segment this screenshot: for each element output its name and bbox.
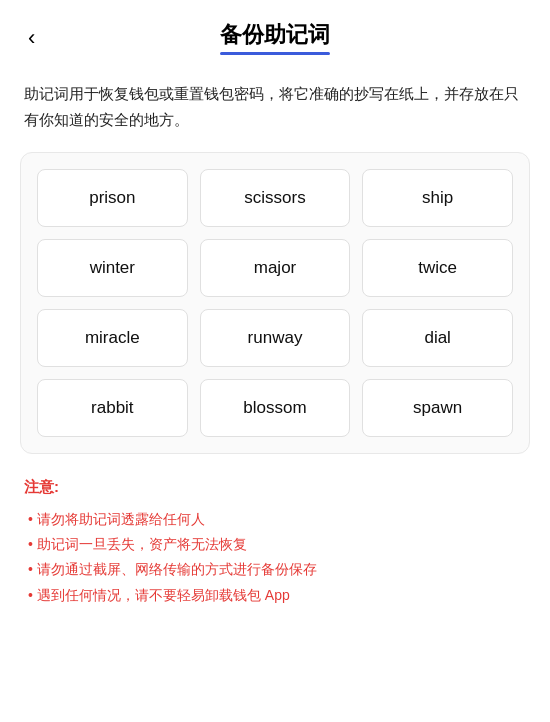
notice-item-text: 请勿通过截屏、网络传输的方式进行备份保存	[37, 557, 317, 582]
page-title: 备份助记词	[220, 20, 330, 50]
mnemonic-word-2: scissors	[200, 169, 351, 227]
mnemonic-word-3: ship	[362, 169, 513, 227]
notice-title: 注意:	[24, 478, 526, 497]
mnemonic-word-12: spawn	[362, 379, 513, 437]
notice-bullet: •	[28, 507, 33, 532]
mnemonic-grid: prisonscissorsshipwintermajortwicemiracl…	[37, 169, 513, 437]
notice-item-text: 请勿将助记词透露给任何人	[37, 507, 205, 532]
header: ‹ 备份助记词	[0, 0, 550, 65]
mnemonic-word-7: miracle	[37, 309, 188, 367]
mnemonic-word-5: major	[200, 239, 351, 297]
mnemonic-word-9: dial	[362, 309, 513, 367]
mnemonic-word-11: blossom	[200, 379, 351, 437]
mnemonic-word-1: prison	[37, 169, 188, 227]
title-underline-decoration	[220, 52, 330, 55]
notice-bullet: •	[28, 583, 33, 608]
notice-item-2: •助记词一旦丢失，资产将无法恢复	[24, 532, 526, 557]
notice-list: •请勿将助记词透露给任何人•助记词一旦丢失，资产将无法恢复•请勿通过截屏、网络传…	[24, 507, 526, 608]
mnemonic-word-4: winter	[37, 239, 188, 297]
notice-bullet: •	[28, 557, 33, 582]
mnemonic-word-10: rabbit	[37, 379, 188, 437]
description-text: 助记词用于恢复钱包或重置钱包密码，将它准确的抄写在纸上，并存放在只有你知道的安全…	[0, 65, 550, 152]
title-container: 备份助记词	[220, 20, 330, 55]
notice-item-text: 遇到任何情况，请不要轻易卸载钱包 App	[37, 583, 290, 608]
notice-item-1: •请勿将助记词透露给任何人	[24, 507, 526, 532]
mnemonic-grid-container: prisonscissorsshipwintermajortwicemiracl…	[20, 152, 530, 454]
back-button[interactable]: ‹	[20, 21, 43, 55]
notice-section: 注意: •请勿将助记词透露给任何人•助记词一旦丢失，资产将无法恢复•请勿通过截屏…	[0, 454, 550, 628]
notice-item-3: •请勿通过截屏、网络传输的方式进行备份保存	[24, 557, 526, 582]
mnemonic-word-8: runway	[200, 309, 351, 367]
notice-item-4: •遇到任何情况，请不要轻易卸载钱包 App	[24, 583, 526, 608]
notice-item-text: 助记词一旦丢失，资产将无法恢复	[37, 532, 247, 557]
notice-bullet: •	[28, 532, 33, 557]
mnemonic-word-6: twice	[362, 239, 513, 297]
